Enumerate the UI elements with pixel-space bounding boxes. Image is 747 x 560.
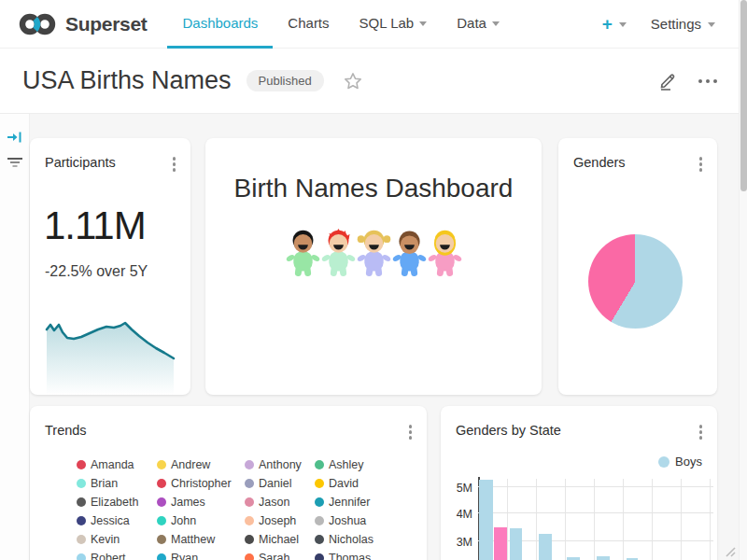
legend-label: Amanda [91,458,134,471]
legend-item[interactable]: John [157,511,245,530]
genders-by-state-card: Genders by State Boys 5M4M3M [441,406,717,560]
scrollbar [739,0,747,560]
legend-item[interactable]: Nicholas [315,530,417,549]
superset-logo-icon [17,11,58,37]
resize-handle-icon[interactable] [722,543,736,557]
scrollbar-thumb[interactable] [740,0,747,191]
legend-dot [77,497,86,507]
kebab-menu-icon[interactable] [406,422,416,442]
chevron-down-icon [419,21,427,26]
legend-item[interactable]: Jennifer [315,493,417,511]
legend-dot [245,553,254,560]
legend-label: Jason [259,496,289,509]
legend-item[interactable]: Anthony [245,455,315,474]
legend-label: Kevin [91,533,120,546]
legend-item[interactable]: David [315,474,417,493]
y-axis-tick: 5M [441,482,472,495]
app-header: Superset DashboardsChartsSQL LabData + S… [0,0,747,49]
filter-funnel-icon[interactable] [0,157,29,169]
legend-dot [157,460,166,469]
plus-button[interactable]: + [602,15,627,33]
legend-item[interactable]: James [157,493,245,511]
legend-dot [315,460,324,469]
legend-item[interactable]: Sarah [245,549,315,560]
published-badge[interactable]: Published [247,70,324,91]
legend-item[interactable]: Jessica [77,511,157,530]
legend-dot [157,497,166,507]
nav-item-data[interactable]: Data [442,0,514,49]
legend-dot [245,516,254,525]
genders-card: Genders [558,138,717,395]
legend-item[interactable]: Kevin [77,530,157,549]
bar [597,556,610,560]
big-number-value: 1.11M [44,203,146,248]
bar-chart: 5M4M3M [441,406,717,560]
nav-item-charts[interactable]: Charts [273,0,344,49]
legend-dot [77,460,86,469]
legend-dot [315,497,324,507]
kebab-menu-icon[interactable] [170,154,179,175]
kid-figure-bowl [392,227,427,279]
legend-item[interactable]: Amanda [77,455,157,474]
gridline [536,479,537,560]
gridline [710,479,711,560]
settings-menu[interactable]: Settings [651,16,715,32]
legend-item[interactable]: Michael [245,530,315,549]
gridline [594,479,595,560]
legend-label: Joseph [259,514,296,527]
legend-dot [245,460,254,469]
legend-item[interactable]: Christopher [157,474,245,493]
legend-item[interactable]: Robert [77,549,157,560]
legend-label: Brian [91,477,118,490]
legend-item[interactable]: Jason [245,493,315,511]
gridline [652,479,653,560]
legend-item[interactable]: Ryan [157,549,245,560]
legend-dot [315,553,324,560]
expand-filter-bar-icon[interactable] [0,131,29,144]
bar [494,527,507,560]
card-title: Genders [573,155,626,170]
legend-item[interactable]: Brian [77,474,157,493]
legend-dot [315,535,324,544]
bar [539,534,552,560]
legend-label: Matthew [171,533,215,546]
nav-item-sql-lab[interactable]: SQL Lab [345,0,443,49]
legend-label: Jennifer [329,496,370,509]
legend-item[interactable]: Matthew [157,530,245,549]
legend-label: Joshua [329,514,366,527]
legend-label: Thomas [329,552,371,560]
edit-icon[interactable] [657,71,678,91]
pie-chart [588,234,683,329]
filter-bar-collapsed [0,114,30,560]
legend-item[interactable]: Elizabeth [77,493,157,511]
sparkline-chart [43,320,177,395]
legend-dot [77,479,86,488]
legend-item[interactable]: Joseph [245,511,315,530]
gridline [478,512,713,513]
card-title: Participants [45,155,116,170]
legend-label: Anthony [259,458,302,471]
legend-item[interactable]: Andrew [157,455,245,474]
chevron-down-icon [619,22,627,27]
nav-item-dashboards[interactable]: Dashboards [167,0,273,49]
nav-item-label: Data [457,15,486,31]
legend-label: Christopher [171,477,232,490]
favorite-star-icon[interactable] [343,71,363,91]
chevron-down-icon [708,22,715,27]
legend-label: John [171,514,196,527]
legend-label: David [329,477,359,490]
legend-label: Andrew [171,458,210,471]
kebab-menu-icon[interactable] [697,154,706,175]
brand[interactable]: Superset [0,11,147,37]
legend-item[interactable]: Joshua [315,511,417,530]
legend-dot [77,516,86,525]
legend-item[interactable]: Ashley [315,455,417,474]
legend-dot [157,535,166,544]
plus-icon: + [602,15,613,33]
legend-dot [245,497,254,507]
legend-dot [77,553,86,560]
more-options-button[interactable] [695,76,721,87]
legend-item[interactable]: Daniel [245,474,315,493]
legend-item[interactable]: Thomas [315,549,417,560]
gridline [623,479,624,560]
